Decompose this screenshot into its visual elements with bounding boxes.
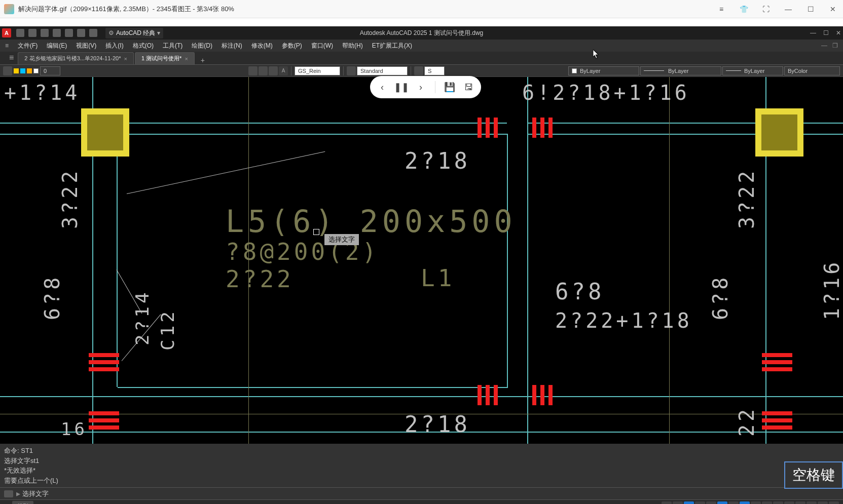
status-snap-icon[interactable] (684, 501, 694, 505)
menu-insert[interactable]: 插入(I) (101, 40, 127, 52)
menu-modify[interactable]: 修改(M) (247, 40, 277, 52)
workspace-selector[interactable]: ⚙ AutoCAD 经典 ▾ (105, 28, 163, 38)
menu-edit[interactable]: 编辑(E) (43, 40, 71, 52)
tab-close-icon[interactable]: × (124, 56, 127, 62)
status-customize-icon[interactable] (829, 501, 839, 505)
saveas-icon[interactable] (53, 29, 61, 37)
text-style-dropdown[interactable]: GS_Rein (295, 66, 340, 75)
status-grid-icon[interactable] (673, 501, 683, 505)
toolbar-icon[interactable] (269, 66, 278, 75)
redo-icon[interactable] (89, 29, 97, 37)
save-icon[interactable] (41, 29, 49, 37)
acad-close-button[interactable]: ✕ (836, 29, 841, 36)
layer-filter-icon[interactable] (3, 66, 12, 75)
save-frame-button[interactable]: 💾 (445, 82, 455, 92)
plotstyle-dropdown[interactable]: ByColor (784, 66, 840, 75)
status-workspace-icon[interactable] (784, 501, 794, 505)
status-ortho-icon[interactable] (695, 501, 705, 505)
acad-maximize-button[interactable]: ☐ (823, 29, 829, 36)
status-model-icon[interactable] (662, 501, 672, 505)
cmd-line: 需要点或上一个(L) (4, 476, 839, 486)
cad-text: 6!2?18+1?16 (522, 81, 690, 104)
new-icon[interactable] (16, 29, 24, 37)
tab-label: 2 花乡银地家园1号楼3...单2024-11-20* (24, 55, 121, 62)
status-lwt-icon[interactable] (740, 501, 750, 505)
menu-icon[interactable]: ≡ (715, 3, 727, 15)
toolbar-icon[interactable] (248, 66, 258, 75)
cmd-line: *无效选择* (4, 466, 839, 476)
print-icon[interactable] (65, 29, 73, 37)
tab-close-icon[interactable]: × (185, 56, 188, 62)
acad-minimize-button[interactable]: — (810, 29, 816, 36)
status-clean-icon[interactable] (818, 501, 828, 505)
beam-line (0, 134, 507, 135)
command-input[interactable]: ▸ 选择文字 (0, 487, 843, 499)
layout-tab[interactable]: Layout1 (35, 502, 65, 505)
status-otrack-icon[interactable] (728, 501, 739, 505)
menu-tools[interactable]: 工具(T) (159, 40, 187, 52)
minimize-button[interactable]: — (782, 3, 794, 15)
status-cycling-icon[interactable] (762, 501, 772, 505)
fullscreen-icon[interactable]: ⛶ (760, 3, 772, 15)
drawing-tab-inactive[interactable]: 2 花乡银地家园1号楼3...单2024-11-20* × (18, 52, 134, 64)
save-all-button[interactable]: 🖫 (464, 82, 474, 92)
open-icon[interactable] (28, 29, 36, 37)
menu-draw[interactable]: 绘图(D) (188, 40, 216, 52)
cad-text: 1?16 (820, 259, 843, 320)
maximize-button[interactable]: ☐ (804, 3, 817, 15)
model-tab[interactable]: 模型 (12, 501, 33, 504)
dim-style-icon[interactable] (347, 66, 356, 75)
cad-text: C12 (157, 308, 178, 351)
menu-view[interactable]: 视图(V) (72, 40, 100, 52)
undo-icon[interactable] (77, 29, 85, 37)
rebar-hatch (478, 385, 498, 405)
status-osnap-icon[interactable] (717, 501, 727, 505)
menu-format[interactable]: 格式(O) (129, 40, 158, 52)
pause-button[interactable]: ❚❚ (396, 82, 407, 92)
doc-restore-button[interactable]: ❐ (832, 42, 838, 49)
doc-minimize-button[interactable]: — (821, 42, 827, 49)
drawing-canvas[interactable]: +1?14 6!2?18+1?16 3?22 3?22 2?18 L5(6) 2… (0, 77, 843, 444)
toolbar-icon[interactable] (259, 66, 268, 75)
beam-line (0, 123, 507, 124)
add-layout-button[interactable]: + (68, 502, 81, 505)
linetype-dropdown[interactable]: ByLayer (640, 66, 721, 75)
status-isolate-icon[interactable] (795, 501, 805, 505)
menu-et-tools[interactable]: ET扩展工具(X) (368, 40, 416, 52)
menu-parametric[interactable]: 参数(P) (278, 40, 306, 52)
tab-label: 1 测试问号使用* (141, 55, 181, 62)
viewer-title: 解决问题字体.gif（2099×1161像素, 2.35MB）- 2345看图王… (18, 5, 715, 14)
add-tab-button[interactable]: + (196, 56, 210, 64)
cad-text: 2?22 (226, 265, 294, 293)
status-bar: ≡ 模型 Layout1 + (0, 499, 843, 504)
tabs-hamburger-icon[interactable]: ≡ (5, 51, 18, 64)
layer-swatch-icon (14, 68, 19, 73)
menu-dimension[interactable]: 标注(N) (217, 40, 246, 52)
table-style-dropdown[interactable]: S (424, 66, 445, 75)
menu-window[interactable]: 窗口(W) (307, 40, 337, 52)
color-dropdown[interactable]: ByLayer (568, 66, 639, 75)
properties-toolbar: 0 A GS_Rein Standard S ByLayer ByLayer B… (0, 65, 843, 77)
status-polar-icon[interactable] (706, 501, 716, 505)
hamburger-icon[interactable]: ≡ (5, 42, 9, 49)
next-frame-button[interactable]: › (416, 82, 426, 92)
cad-text: +1?14 (4, 81, 80, 104)
dim-style-dropdown[interactable]: Standard (357, 66, 408, 75)
lineweight-dropdown[interactable]: ByLayer (722, 66, 783, 75)
menu-help[interactable]: 帮助(H) (338, 40, 367, 52)
menu-file[interactable]: 文件(F) (14, 40, 42, 52)
status-annotation-icon[interactable] (773, 501, 783, 505)
close-button[interactable]: ✕ (827, 3, 839, 15)
prev-frame-button[interactable]: ‹ (377, 82, 387, 92)
status-hardware-icon[interactable] (807, 501, 817, 505)
cad-text: 2?18 (405, 148, 470, 174)
table-style-icon[interactable] (414, 66, 423, 75)
shirt-icon[interactable]: 👕 (738, 3, 750, 15)
beam-line (118, 387, 508, 388)
layer-dropdown[interactable]: 0 (40, 66, 60, 75)
text-style-icon[interactable]: A (279, 66, 288, 75)
drawing-tab-active[interactable]: 1 测试问号使用* × (135, 52, 195, 64)
guide-line (669, 77, 670, 444)
autocad-logo-icon[interactable]: A (2, 28, 11, 37)
status-transparency-icon[interactable] (751, 501, 761, 505)
